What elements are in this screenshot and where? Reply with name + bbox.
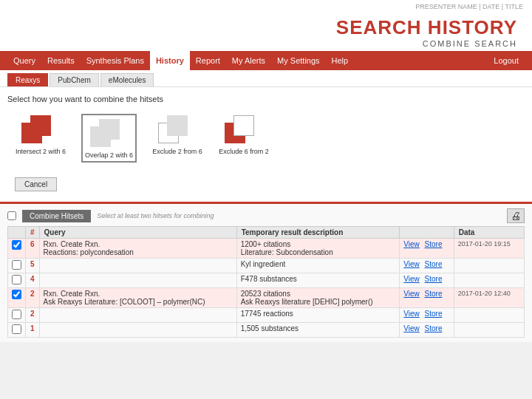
combine-section-label: Select how you want to combine the hitse…	[7, 95, 525, 103]
combine-overlap[interactable]: Overlap 2 with 6	[81, 114, 137, 163]
row-check	[8, 239, 26, 259]
row-num-4: 4	[26, 273, 40, 288]
print-button[interactable]: 🖨	[507, 208, 525, 223]
table-row: 1 1,505 substances View Store	[8, 323, 525, 338]
bottom-section: Combine Hitsets Select at least two hits…	[0, 204, 532, 342]
store-link-1[interactable]: Store	[425, 324, 443, 332]
nav-help[interactable]: Help	[326, 51, 355, 70]
row-query-2b	[39, 308, 236, 323]
combine-intersect[interactable]: Intersect 2 with 6	[15, 114, 66, 155]
logout-button[interactable]: Logout	[488, 56, 525, 65]
intersect-label: Intersect 2 with 6	[16, 148, 66, 155]
overlap-icon	[90, 117, 129, 149]
table-row: 2 Rxn. Create Rxn.Ask Reaxys Literature:…	[8, 288, 525, 308]
overlap-label: Overlap 2 with 6	[85, 151, 133, 159]
row-date-2a: 2017-01-20 12:40	[454, 288, 524, 308]
row-checkbox-5[interactable]	[12, 260, 21, 270]
main-content: Select how you want to combine the hitse…	[0, 87, 532, 202]
cancel-button[interactable]: Cancel	[15, 177, 57, 191]
sub-tabs: Reaxys PubChem eMolecules	[0, 70, 532, 87]
row-actions-4: View Store	[400, 273, 454, 288]
table-row: 5 Kyl ingredient View Store	[8, 259, 525, 273]
combine-exclude2[interactable]: Exclude 2 from 6	[151, 114, 203, 155]
store-link-2b[interactable]: Store	[425, 310, 443, 318]
row-desc-4: F478 substances	[236, 273, 400, 288]
warning-text: Select at least two hitsets for combinin…	[97, 212, 214, 219]
store-link-5[interactable]: Store	[425, 260, 443, 268]
row-date-6: 2017-01-20 19:15	[454, 239, 524, 259]
row-desc-1: 1,505 substances	[236, 323, 400, 338]
view-link-5[interactable]: View	[403, 260, 420, 268]
view-link-1[interactable]: View	[403, 324, 420, 332]
row-actions-1: View Store	[400, 323, 454, 338]
row-check	[8, 273, 26, 288]
row-checkbox-2b[interactable]	[12, 310, 21, 319]
combine-hitsets-button[interactable]: Combine Hitsets	[22, 210, 91, 222]
row-query-4	[39, 273, 236, 288]
table-row: 4 F478 substances View Store	[8, 273, 525, 288]
row-query-6: Rxn. Create Rxn.Reactions: polycondesati…	[39, 239, 236, 259]
row-checkbox-2a[interactable]	[12, 290, 21, 299]
row-actions-6: View Store	[400, 239, 454, 259]
nav-synthesis[interactable]: Synthesis Plans	[81, 51, 150, 70]
col-description: Temporary result description	[236, 227, 400, 239]
view-link-2a[interactable]: View	[403, 290, 420, 298]
row-num-1: 1	[26, 323, 40, 338]
row-check	[8, 288, 26, 308]
row-query-1	[39, 323, 236, 338]
view-link-2b[interactable]: View	[403, 310, 420, 318]
row-actions-2a: View Store	[400, 288, 454, 308]
table-row: 6 Rxn. Create Rxn.Reactions: polycondesa…	[8, 239, 525, 259]
combine-exclude6[interactable]: Exclude 6 from 2	[218, 114, 270, 155]
nav-report[interactable]: Report	[190, 51, 226, 70]
row-checkbox-4[interactable]	[12, 275, 21, 284]
row-actions-5: View Store	[400, 259, 454, 273]
page-subtitle: COMBINE SEARCH	[15, 39, 517, 48]
combine-options: Intersect 2 with 6 Overlap 2 with 6 Excl…	[7, 109, 525, 167]
view-link-4[interactable]: View	[403, 275, 420, 283]
store-link-6[interactable]: Store	[425, 240, 443, 248]
title-section: SEARCH HISTORY COMBINE SEARCH	[0, 12, 532, 51]
store-link-2a[interactable]: Store	[425, 290, 443, 298]
nav-alerts[interactable]: My Alerts	[226, 51, 271, 70]
row-query-2a: Rxn. Create Rxn.Ask Reaxys Literature: […	[39, 288, 236, 308]
row-desc-2a: 20523 citationsAsk Reaxys literature [DE…	[236, 288, 400, 308]
row-date-1	[454, 323, 524, 338]
col-data: Data	[454, 227, 524, 239]
exclude6-icon	[225, 114, 263, 145]
nav-query[interactable]: Query	[7, 51, 41, 70]
col-query: Query	[39, 227, 236, 239]
row-date-5	[454, 259, 524, 273]
view-link-6[interactable]: View	[403, 240, 420, 248]
tab-emolecules[interactable]: eMolecules	[100, 73, 154, 86]
exclude2-icon	[158, 114, 197, 145]
row-check	[8, 323, 26, 338]
nav-bar: Query Results Synthesis Plans History Re…	[0, 51, 532, 70]
row-desc-2b: 17745 reactions	[236, 308, 400, 323]
nav-settings[interactable]: My Settings	[271, 51, 325, 70]
col-check	[8, 227, 26, 239]
presenter-bar: PRESENTER NAME | DATE | TITLE	[0, 0, 532, 12]
combine-header-row: Combine Hitsets Select at least two hits…	[7, 208, 525, 223]
select-all-checkbox[interactable]	[7, 211, 16, 220]
col-num: #	[26, 227, 40, 239]
row-num-2a: 2	[26, 288, 40, 308]
page-title: SEARCH HISTORY	[15, 16, 517, 39]
row-desc-6: 1200+ citationsLiterature: Subcondensati…	[236, 239, 400, 259]
row-num-2b: 2	[26, 308, 40, 323]
tab-pubchem[interactable]: PubChem	[50, 73, 98, 86]
col-actions	[400, 227, 454, 239]
row-num-6: 6	[26, 239, 40, 259]
tab-reaxys[interactable]: Reaxys	[7, 73, 48, 86]
presenter-text: PRESENTER NAME | DATE | TITLE	[415, 3, 523, 10]
history-table: # Query Temporary result description Dat…	[7, 226, 525, 338]
row-checkbox-1[interactable]	[12, 324, 21, 334]
row-actions-2b: View Store	[400, 308, 454, 323]
table-row: 2 17745 reactions View Store	[8, 308, 525, 323]
nav-history[interactable]: History	[150, 51, 190, 70]
row-checkbox-6[interactable]	[12, 240, 21, 250]
row-check	[8, 259, 26, 273]
store-link-4[interactable]: Store	[425, 275, 443, 283]
nav-results[interactable]: Results	[41, 51, 81, 70]
row-num-5: 5	[26, 259, 40, 273]
